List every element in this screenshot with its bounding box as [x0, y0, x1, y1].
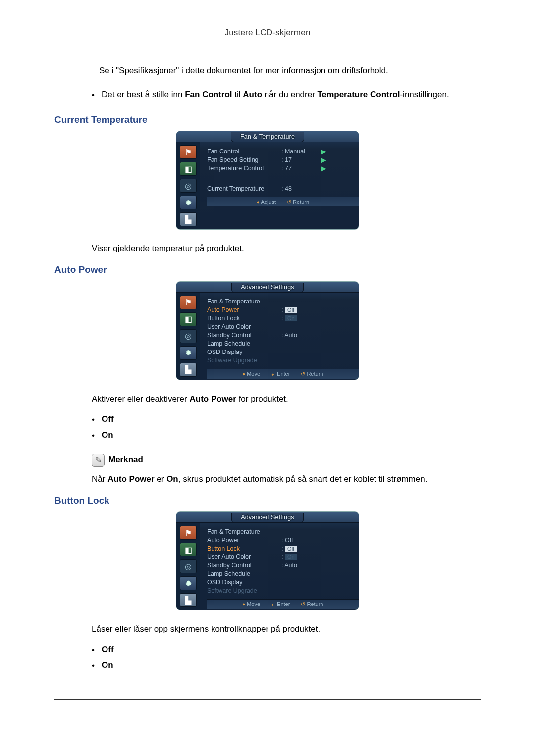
osd-label: Button Lock [207, 314, 281, 323]
osd-tab-icon[interactable]: ◎ [180, 179, 197, 193]
section-title-button-lock: Button Lock [54, 494, 481, 507]
note-icon: ✎ [92, 454, 105, 467]
osd-sidebar: ⚑ ◧ ◎ ✹ ▙ [176, 293, 200, 380]
osd-label: Standby Control [207, 561, 281, 570]
osd-row[interactable]: Button Lock: Off [207, 545, 359, 553]
osd-value: : Off [281, 306, 321, 314]
osd-label: Software Upgrade [207, 356, 281, 365]
osd-tab-icon[interactable]: ✹ [180, 346, 197, 360]
osd-footer: ♦Move↲Enter↺Return [207, 369, 359, 379]
osd-value: : 77 [281, 164, 321, 173]
osd-footer: ♦Adjust ↺Return [207, 197, 359, 206]
option-item: •Off [92, 414, 481, 426]
osd-row[interactable]: Lamp Schedule [207, 340, 359, 348]
section-desc: Aktiverer eller deaktiverer Auto Power f… [92, 394, 481, 405]
option-item: •On [92, 660, 481, 672]
osd-row[interactable]: Auto Power: Off [207, 306, 359, 314]
intro-bullet: • Det er best å stille inn Fan Control t… [92, 89, 481, 101]
note-header: ✎ Merknad [92, 454, 481, 467]
osd-tab-icon[interactable]: ◎ [180, 559, 197, 573]
osd-label: Software Upgrade [207, 587, 281, 595]
osd-label: Fan Control [207, 148, 281, 156]
option-item: •On [92, 430, 481, 442]
osd-sidebar: ⚑ ◧ ◎ ✹ ▙ [176, 523, 200, 610]
osd-label: Button Lock [207, 545, 281, 553]
osd-label: User Auto Color [207, 323, 281, 331]
page-footer-rule [54, 699, 481, 714]
osd-tab-icon[interactable]: ⚑ [180, 526, 197, 540]
osd-label: OSD Display [207, 348, 281, 356]
option-item: •Off [92, 644, 481, 656]
osd-row[interactable]: Fan Control : Manual ▶ [207, 147, 359, 155]
osd-row[interactable]: Standby Control: Auto [207, 561, 359, 570]
adjust-icon: ♦ [257, 199, 260, 205]
osd-value: : 48 [281, 185, 321, 193]
osd-value: : On [281, 314, 321, 323]
return-icon: ↺ [287, 199, 291, 205]
osd-fan-temperature: Fan & Temperature ⚑ ◧ ◎ ✹ ▙ Fan Control … [176, 131, 359, 230]
osd-label: Fan & Temperature [207, 298, 281, 306]
osd-tab-icon[interactable]: ◎ [180, 329, 197, 343]
osd-title: Fan & Temperature [231, 132, 304, 142]
osd-tab-icon[interactable]: ✹ [180, 196, 197, 209]
osd-label: Temperature Control [207, 164, 281, 173]
osd-tab-icon[interactable]: ⚑ [180, 296, 197, 309]
osd-row[interactable]: Lamp Schedule [207, 570, 359, 578]
osd-row[interactable]: Software Upgrade [207, 587, 359, 595]
osd-row[interactable]: OSD Display [207, 348, 359, 356]
section-desc: Viser gjeldende temperatur på produktet. [92, 243, 481, 254]
osd-tab-icon[interactable]: ⚑ [180, 145, 197, 159]
osd-label: Fan & Temperature [207, 528, 281, 536]
osd-row[interactable]: Fan & Temperature [207, 298, 359, 306]
osd-row[interactable]: Fan & Temperature [207, 528, 359, 536]
osd-label: Lamp Schedule [207, 570, 281, 578]
bullet-text: Det er best å stille inn Fan Control til… [102, 89, 481, 101]
osd-advanced-settings-autopower: Advanced Settings ⚑ ◧ ◎ ✹ ▙ Fan & Temper… [176, 281, 359, 380]
osd-tab-icon[interactable]: ▙ [180, 593, 197, 607]
osd-row: Current Temperature : 48 [207, 184, 359, 193]
osd-label: Lamp Schedule [207, 340, 281, 348]
section-title-auto-power: Auto Power [54, 263, 481, 276]
osd-value: : Auto [281, 331, 321, 340]
osd-label: Fan Speed Setting [207, 156, 281, 164]
osd-footer: ♦Move↲Enter↺Return [207, 599, 359, 609]
osd-tab-icon[interactable]: ✹ [180, 576, 197, 590]
bullet-icon: • [92, 89, 102, 101]
osd-row[interactable]: Software Upgrade [207, 356, 359, 365]
osd-row[interactable]: Auto Power: Off [207, 536, 359, 545]
osd-advanced-settings-buttonlock: Advanced Settings ⚑ ◧ ◎ ✹ ▙ Fan & Temper… [176, 511, 359, 610]
osd-row[interactable]: Temperature Control : 77 ▶ [207, 164, 359, 172]
osd-value: : On [281, 553, 321, 561]
osd-value: : Off [281, 536, 321, 545]
intro-para: Se i "Spesifikasjoner" i dette dokumente… [99, 65, 481, 77]
note-text: Når Auto Power er On, skrus produktet au… [92, 474, 481, 485]
osd-label: Auto Power [207, 536, 281, 545]
page-header: Justere LCD-skjermen [54, 27, 481, 43]
osd-row[interactable]: User Auto Color: On [207, 553, 359, 561]
osd-value: : Auto [281, 561, 321, 570]
osd-title: Advanced Settings [231, 513, 304, 523]
osd-value: : 17 [281, 156, 321, 164]
osd-tab-icon[interactable]: ◧ [180, 543, 197, 556]
osd-title: Advanced Settings [231, 283, 304, 293]
section-desc: Låser eller låser opp skjermens kontroll… [92, 624, 481, 635]
osd-value: : Off [281, 545, 321, 553]
osd-label: User Auto Color [207, 553, 281, 561]
osd-row[interactable]: OSD Display [207, 578, 359, 587]
osd-row[interactable]: Standby Control: Auto [207, 331, 359, 340]
osd-label: Current Temperature [207, 185, 281, 193]
arrow-right-icon[interactable]: ▶ [321, 164, 326, 173]
osd-row[interactable]: Button Lock: On [207, 314, 359, 323]
osd-label: OSD Display [207, 578, 281, 587]
osd-label: Standby Control [207, 331, 281, 340]
osd-tab-icon[interactable]: ▙ [180, 363, 197, 377]
osd-tab-icon[interactable]: ◧ [180, 312, 197, 326]
osd-tab-icon[interactable]: ◧ [180, 162, 197, 176]
osd-row[interactable]: Fan Speed Setting : 17 ▶ [207, 155, 359, 164]
osd-tab-icon[interactable]: ▙ [180, 212, 197, 226]
osd-row[interactable]: User Auto Color [207, 323, 359, 331]
note-label: Merknad [108, 454, 143, 466]
osd-sidebar: ⚑ ◧ ◎ ✹ ▙ [176, 142, 200, 229]
osd-label: Auto Power [207, 306, 281, 314]
section-title-current-temperature: Current Temperature [54, 113, 481, 126]
